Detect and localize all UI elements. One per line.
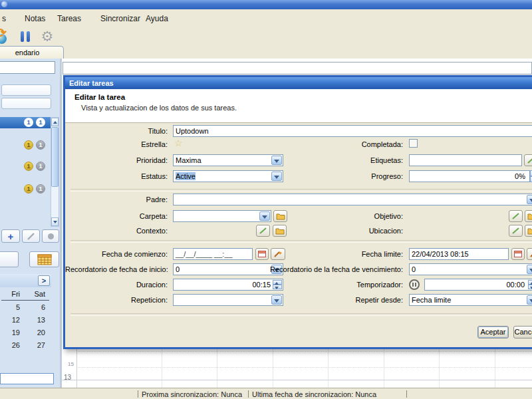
view-calendar-button[interactable]: [29, 251, 59, 267]
chevron-down-icon[interactable]: [527, 295, 532, 305]
count-badge: 1: [24, 140, 33, 150]
calendar-nav-bar: >: [0, 274, 51, 287]
scrollbar-thumb[interactable]: [51, 127, 59, 187]
calendar-day[interactable]: 13: [28, 316, 45, 324]
task-list-row[interactable]: 1 1: [0, 140, 51, 150]
count-badge: 1: [36, 140, 45, 150]
etiquetas-label: Etiquetas:: [231, 156, 406, 166]
menu-item-tareas[interactable]: Tareas: [56, 13, 82, 24]
gear-icon: ⚙: [41, 29, 54, 45]
titulo-input[interactable]: Uptodown: [173, 125, 532, 137]
chevron-down-icon[interactable]: [527, 265, 532, 274]
progreso-label: Progreso:: [231, 172, 406, 182]
menu-item-sincronizar[interactable]: Sincronizar: [99, 13, 142, 24]
completada-checkbox[interactable]: [409, 139, 418, 148]
grid-hour-column-line: [76, 349, 77, 388]
recordatorio-vencimiento-select[interactable]: 0: [409, 263, 532, 275]
count-badge: 1: [36, 118, 45, 127]
calendar-day[interactable]: 26: [3, 341, 20, 349]
fecha-limite-label: Fecha limite:: [231, 250, 406, 259]
estrella-label: Estrella:: [65, 140, 170, 150]
progreso-input[interactable]: 0%: [409, 170, 530, 182]
app-icon: [1, 1, 7, 7]
next-month-button[interactable]: >: [38, 275, 50, 286]
menu-item-ayuda[interactable]: Ayuda: [144, 13, 170, 24]
scroll-down-icon[interactable]: [51, 217, 59, 226]
folder-icon: [527, 213, 532, 220]
plus-icon: +: [8, 231, 14, 241]
scroll-up-icon[interactable]: [51, 118, 59, 126]
count-badge: 1: [24, 118, 33, 127]
cancel-button[interactable]: Cancelar: [513, 326, 532, 338]
star-icon[interactable]: ☆: [174, 138, 183, 148]
fecha-limite-clear-button[interactable]: [527, 248, 532, 260]
accept-button[interactable]: Aceptar: [477, 326, 509, 338]
sidebar-search-input[interactable]: [0, 61, 55, 74]
pause-sync-button[interactable]: [17, 28, 34, 45]
dialog-header: Editar la tarea Vista y actualizacion de…: [65, 89, 532, 123]
calendar-day[interactable]: 20: [28, 329, 45, 336]
tab-calendario[interactable]: endario: [0, 46, 64, 59]
broom-icon: [529, 251, 532, 258]
pencil-icon: [511, 227, 520, 235]
objetivo-edit-button[interactable]: [509, 210, 523, 222]
add-task-button[interactable]: +: [1, 229, 20, 243]
objetivo-browse-button[interactable]: [525, 210, 532, 222]
temporizador-input[interactable]: 00:00: [424, 279, 532, 291]
sync-icon: ⟳: [0, 25, 7, 41]
grid-hour-label: 13: [64, 374, 71, 381]
calendar-day[interactable]: 27: [28, 341, 45, 349]
tab-label: endario: [15, 49, 40, 57]
calendar-day[interactable]: 6: [28, 303, 45, 311]
sidebar-splitter[interactable]: [60, 59, 62, 388]
count-badge: 1: [24, 162, 33, 171]
repetir-desde-label: Repetir desde:: [231, 296, 406, 305]
pencil-icon: [511, 213, 520, 220]
dialog-title: Editar tareas: [69, 79, 114, 87]
view-list-button[interactable]: [0, 251, 19, 267]
task-list-row[interactable]: 1 1: [0, 161, 51, 172]
fecha-limite-input[interactable]: 22/04/2013 08:15: [409, 248, 509, 260]
timer-pause-button[interactable]: [409, 279, 420, 290]
estatus-label: Estatus:: [65, 172, 170, 182]
temporizador-spinner[interactable]: [528, 280, 532, 289]
main-filter-field[interactable]: [63, 62, 532, 74]
fecha-limite-picker-button[interactable]: [511, 248, 525, 260]
list-scrollbar[interactable]: [51, 117, 59, 227]
edit-task-dialog: Editar tareas Editar la tarea Vista y ac…: [63, 75, 532, 349]
etiquetas-edit-button[interactable]: [524, 154, 532, 166]
task-list-row-selected[interactable]: 1 1: [0, 117, 51, 128]
ubicacion-edit-button[interactable]: [509, 225, 523, 237]
sidebar-bottom-field[interactable]: [0, 373, 54, 384]
repeticion-label: Repeticion:: [65, 296, 170, 305]
folder-icon: [527, 227, 532, 235]
menu-item-fragment[interactable]: s: [1, 13, 7, 24]
dialog-titlebar[interactable]: Editar tareas: [65, 77, 532, 89]
date-picker-icon: [514, 251, 522, 257]
task-list-row[interactable]: 1 1: [0, 184, 51, 194]
edit-task-button[interactable]: [22, 229, 40, 243]
calendar-day[interactable]: 19: [3, 329, 20, 336]
dialog-subheading: Vista y actualizacion de los datos de su…: [81, 104, 237, 112]
menu-item-notas[interactable]: Notas: [23, 13, 47, 24]
record-button[interactable]: [42, 229, 59, 243]
repetir-desde-select[interactable]: Fecha limite: [409, 294, 532, 306]
status-last-sync: Ultima fecha de sincronizacion: Nunca: [252, 390, 376, 398]
etiquetas-input[interactable]: [409, 154, 522, 166]
window-titlebar[interactable]: [0, 0, 532, 9]
calendar-day[interactable]: 5: [3, 303, 20, 311]
pencil-icon: [527, 157, 532, 164]
calendar-header-divider: [1, 300, 49, 301]
section-divider: [70, 240, 532, 243]
ubicacion-browse-button[interactable]: [525, 225, 532, 237]
chevron-down-icon[interactable]: [527, 195, 532, 204]
calendar-day[interactable]: 12: [3, 316, 20, 324]
sidebar-filter-item-2[interactable]: [1, 98, 51, 109]
sidebar-filter-item-1[interactable]: [1, 84, 51, 96]
duracion-label: Duracion:: [65, 281, 170, 290]
settings-button[interactable]: ⚙: [39, 28, 56, 45]
fecha-comienzo-label: Fecha de comienzo:: [65, 250, 170, 259]
padre-select[interactable]: [173, 194, 532, 205]
sync-button[interactable]: ⟳: [0, 28, 14, 45]
day-header-fri: Fri: [3, 290, 20, 298]
